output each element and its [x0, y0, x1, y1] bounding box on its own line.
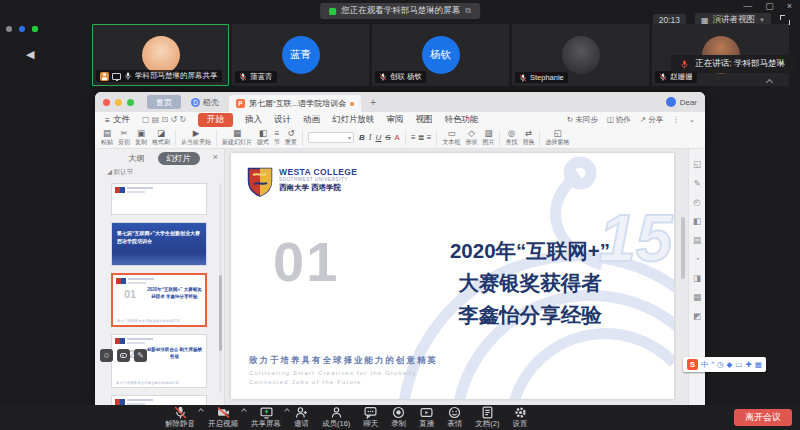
mac-minimize-button[interactable]	[115, 99, 122, 106]
layout-button[interactable]: ◧版式	[257, 129, 269, 147]
current-slide[interactable]: 15 WESTA COLLEGE SOUTHWEST UNIVERSITY	[231, 153, 674, 399]
emoji-quick-button[interactable]: ☺	[100, 349, 113, 362]
reset-icon: ↺	[287, 129, 294, 138]
ribbon-tab-home[interactable]: 开始	[198, 113, 233, 127]
ribbon-tab-view[interactable]: 视图	[416, 114, 433, 126]
annotate-quick-button[interactable]: ✎	[134, 349, 147, 362]
mac-close-button[interactable]	[103, 99, 110, 106]
wps-docer-tab[interactable]: D 稻壳	[186, 97, 224, 108]
leave-meeting-button[interactable]: 离开会议	[734, 409, 792, 426]
ribbon-tab-animation[interactable]: 动画	[303, 114, 320, 126]
editor-scrollbar[interactable]	[681, 157, 685, 387]
invite-button[interactable]: 邀请	[294, 406, 309, 429]
find-button[interactable]: ◎查找	[505, 129, 517, 147]
voice-icon[interactable]: ◆	[727, 360, 733, 369]
grid-icon[interactable]: ▦	[693, 292, 701, 302]
maximize-button[interactable]: ▢	[765, 1, 774, 11]
keyboard-icon[interactable]: ▭	[735, 360, 742, 369]
panel-icon[interactable]: ◨	[693, 273, 701, 283]
slides-tab[interactable]: 幻灯片	[158, 152, 200, 165]
file-menu[interactable]: ≡文件	[105, 114, 130, 126]
play-from-current-button[interactable]: ▶从当前开始	[181, 129, 211, 147]
chevron-up-icon[interactable]	[198, 408, 204, 414]
slide-thumbnail-2[interactable]: 2 第七届“互联网+”大学生创新创业大赛西语学院培训会	[111, 222, 207, 266]
properties-icon[interactable]: ◧	[693, 216, 701, 226]
chart-icon[interactable]: ◔	[694, 254, 699, 264]
screen-watching-banner: 您正在观看学科部马楚琳的屏幕 ⧉	[320, 3, 480, 19]
chevron-up-icon[interactable]	[284, 408, 290, 414]
font-select[interactable]: ▾	[308, 132, 354, 143]
wps-home-tab[interactable]: 首页	[147, 95, 181, 109]
chinese-mode-icon[interactable]: 中	[701, 360, 709, 370]
collapse-ribbon-icon[interactable]: ⌄	[689, 115, 695, 124]
new-tab-button[interactable]: +	[370, 97, 376, 108]
docs-button[interactable]: 文档(2)	[475, 406, 499, 429]
start-video-button[interactable]: 开启视频	[208, 406, 238, 429]
copy-button[interactable]: ▣复制	[135, 129, 147, 147]
new-slide-button[interactable]: ▦新建幻灯片	[222, 129, 252, 147]
undo-panel-icon[interactable]: ◱	[693, 159, 701, 169]
chevron-up-icon[interactable]	[241, 408, 247, 414]
punctuation-icon[interactable]: ”	[712, 360, 715, 369]
participant-tile[interactable]: 蓝青 蒲蓝青	[232, 24, 369, 86]
shapes-button[interactable]: ◇形状	[465, 129, 477, 147]
panel-tabs: 大纲 幻灯片 ×	[95, 149, 224, 167]
clock-icon[interactable]: ◷	[717, 360, 724, 369]
close-button[interactable]: ×	[787, 1, 792, 11]
skin-icon[interactable]: ✚	[745, 360, 751, 369]
new-slide-icon: ▦	[233, 129, 241, 138]
slide-thumbnail-1[interactable]: 1	[111, 183, 207, 215]
more-tools-icon[interactable]: ◩	[693, 311, 701, 321]
minimize-button[interactable]: —	[743, 1, 752, 11]
ribbon-tab-design[interactable]: 设计	[274, 114, 291, 126]
ribbon-tab-slideshow[interactable]: 幻灯片放映	[332, 114, 375, 126]
outline-tab[interactable]: 大纲	[120, 152, 154, 165]
paragraph-buttons[interactable]: ≡ ≣ ≡	[411, 133, 431, 142]
edit-icon[interactable]: ✎	[693, 178, 700, 188]
section-label[interactable]: ◢ 默认节	[107, 168, 224, 177]
cut-button[interactable]: ✂剪切	[118, 129, 130, 147]
list-icon[interactable]: ▤	[693, 235, 701, 245]
participant-tile[interactable]: Stephanie	[512, 24, 649, 86]
input-method-bar[interactable]: S 中 ” ◷ ◆ ▭ ✚ ▦	[683, 357, 766, 372]
wps-document-tab[interactable]: P 第七届“互联...语学院培训会	[229, 95, 361, 112]
quick-access-icons[interactable]: ▢ ▤ ⊡ ↺ ↻	[142, 115, 186, 124]
sync-status[interactable]: ↻ 未同步	[567, 115, 598, 125]
ribbon-tab-insert[interactable]: 插入	[245, 114, 262, 126]
chat-quick-button[interactable]	[117, 349, 130, 362]
participant-tile[interactable]: 杨钦 创联 杨钦	[372, 24, 509, 86]
strip-prev-arrow[interactable]: ◀	[26, 48, 34, 61]
slide-thumbnail-5[interactable]: 5 03	[111, 395, 207, 405]
members-button[interactable]: 成员(16)	[322, 406, 350, 429]
section-button[interactable]: ≡节	[274, 129, 280, 147]
more-icon[interactable]: ⋮	[672, 115, 680, 124]
layout-icon: ◧	[259, 129, 267, 138]
participant-tile-screenshare[interactable]: 学科部马楚琳的屏幕共享	[92, 24, 229, 86]
account-chip[interactable]: Dear	[666, 97, 697, 107]
slide-thumbnail-3-selected[interactable]: 3 01 2020年“互联网+” 大赛银奖获得者 李鑫怡分享经验 致力于培养具有…	[111, 273, 207, 327]
replace-button[interactable]: ⇄替换	[522, 129, 534, 147]
chat-button[interactable]: 聊天	[363, 406, 378, 429]
unmute-button[interactable]: 解除静音	[165, 406, 195, 429]
share-button[interactable]: ↗ 分享	[640, 115, 663, 125]
panel-close-button[interactable]: ×	[213, 152, 218, 162]
record-button[interactable]: 录制	[391, 406, 406, 429]
format-painter-button[interactable]: ◪格式刷	[152, 129, 170, 147]
history-icon[interactable]: ◴	[693, 197, 700, 207]
paste-button[interactable]: ▤粘贴	[101, 129, 113, 147]
ribbon-tab-special[interactable]: 特色功能	[445, 114, 479, 126]
toolbox-icon[interactable]: ▦	[755, 360, 762, 369]
collaborate-button[interactable]: ◫ 协作	[607, 115, 631, 125]
live-button[interactable]: 直播	[419, 406, 434, 429]
emoji-button[interactable]: 表情	[447, 406, 462, 429]
share-screen-button[interactable]: 共享屏幕	[251, 406, 281, 429]
panel-scrollbar[interactable]	[219, 183, 222, 393]
settings-button[interactable]: 设置	[513, 406, 528, 429]
mac-zoom-button[interactable]	[127, 99, 134, 106]
picture-button[interactable]: ▨图片	[482, 129, 494, 147]
reset-button[interactable]: ↺重置	[285, 129, 297, 147]
selection-pane-button[interactable]: ◱选择窗格	[545, 129, 569, 147]
ribbon-tab-review[interactable]: 审阅	[387, 114, 404, 126]
textbox-button[interactable]: ▭文本框	[442, 129, 460, 147]
text-format-buttons[interactable]: BIUSA	[359, 133, 400, 142]
